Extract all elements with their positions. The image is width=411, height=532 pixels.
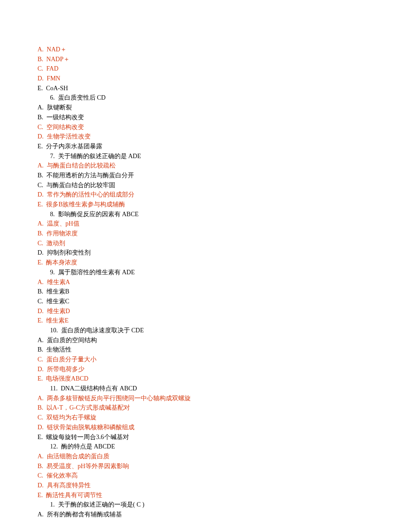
text-line-8: C. 空间结构改变 [38, 122, 411, 132]
text-line-40: E. 螺旋每旋转一周合3.6个碱基对 [38, 432, 411, 442]
text-line-42: A. 由活细胞合成的蛋白质 [38, 452, 411, 461]
text-line-3: D. FMN [38, 74, 411, 84]
text-line-9: D. 生物学活性改变 [38, 132, 411, 142]
text-line-32: C. 蛋白质分子量大小 [38, 355, 411, 364]
text-line-23: 9. 属于脂溶性的维生素有 ADE [38, 268, 411, 277]
text-line-7: B. 一级结构改变 [38, 113, 411, 122]
text-line-1: B. NADP＋ [38, 54, 411, 64]
text-line-26: C. 维生素C [38, 297, 411, 306]
text-line-33: D. 所带电荷多少 [38, 364, 411, 374]
text-line-16: E. 很多B族维生素参与构成辅酶 [38, 200, 411, 209]
text-line-22: E. 酶本身浓度 [38, 258, 411, 268]
text-line-25: B. 维生素B [38, 287, 411, 297]
text-line-48: A. 所有的酶都含有辅酶或辅基 [38, 510, 411, 519]
text-line-47: 1. 关于酶的叙述正确的一项是( C ) [38, 500, 411, 510]
text-line-29: 10. 蛋白质的电泳速度取决于 CDE [38, 326, 411, 335]
text-line-41: 12. 酶的特点是 ABCDE [38, 442, 411, 452]
text-line-37: B. 以A-T，G-C方式形成碱基配对 [38, 403, 411, 413]
text-line-34: E. 电场强度ABCD [38, 374, 411, 384]
text-line-35: 11. DNA二级结构特点有 ABCD [38, 384, 411, 394]
text-line-14: C. 与酶蛋白结合的比较牢固 [38, 180, 411, 190]
text-line-19: B. 作用物浓度 [38, 229, 411, 239]
text-line-27: D. 维生素D [38, 306, 411, 316]
text-line-30: A. 蛋白质的空间结构 [38, 335, 411, 345]
text-line-36: A. 两条多核苷酸链反向平行围绕同一中心轴构成双螺旋 [38, 394, 411, 403]
text-line-4: E. CoA-SH [38, 84, 411, 93]
text-line-0: A. NAD＋ [38, 45, 411, 54]
text-line-13: B. 不能用透析的方法与酶蛋白分开 [38, 171, 411, 180]
text-line-2: C. FAD [38, 64, 411, 74]
text-line-28: E. 维生素E [38, 316, 411, 326]
text-line-43: B. 易受温度、pH等外界因素影响 [38, 461, 411, 471]
text-line-11: 7. 关于辅酶的叙述正确的是 ADE [38, 151, 411, 161]
text-line-12: A. 与酶蛋白结合的比较疏松 [38, 161, 411, 171]
text-line-15: D. 常作为酶的活性中心的组成部分 [38, 190, 411, 200]
text-line-46: E. 酶活性具有可调节性 [38, 490, 411, 500]
document-page: A. NAD＋B. NADP＋C. FADD. FMNE. CoA-SH6. 蛋… [0, 0, 411, 532]
text-line-39: D. 链状骨架由脱氧核糖和磷酸组成 [38, 423, 411, 432]
text-line-44: C. 催化效率高 [38, 471, 411, 481]
text-line-21: D. 抑制剂和变性剂 [38, 248, 411, 258]
text-line-17: 8. 影响酶促反应的因素有 ABCE [38, 209, 411, 219]
text-line-24: A. 维生素A [38, 277, 411, 287]
text-line-6: A. 肽键断裂 [38, 103, 411, 113]
text-line-18: A. 温度、pH值 [38, 219, 411, 229]
text-line-10: E. 分子内亲水基团暴露 [38, 142, 411, 151]
text-line-31: B. 生物活性 [38, 345, 411, 355]
text-line-38: C. 双链均为右手螺旋 [38, 413, 411, 423]
text-line-20: C. 激动剂 [38, 239, 411, 248]
text-line-45: D. 具有高度特异性 [38, 481, 411, 490]
text-line-5: 6. 蛋白质变性后 CD [38, 93, 411, 103]
